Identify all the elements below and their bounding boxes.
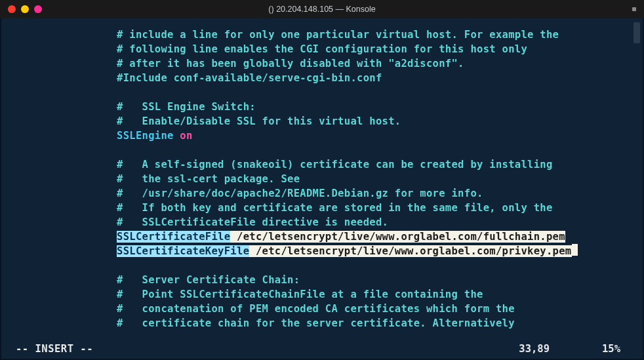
editor-content[interactable]: # include a line for only one particular… — [1, 28, 643, 330]
comment-line: # Server Certificate Chain: — [117, 274, 300, 286]
maximize-icon[interactable] — [34, 5, 42, 13]
menu-icon[interactable] — [632, 7, 636, 11]
value-on: on — [180, 130, 192, 142]
window-title: () 20.204.148.105 — Konsole — [268, 2, 375, 16]
path-fullchain: /etc/letsencrypt/live/www.orglabel.com/f… — [230, 231, 565, 243]
comment-line: # certificate chain for the server certi… — [117, 317, 515, 329]
comment-line: # SSL Engine Switch: — [117, 101, 256, 113]
text-cursor — [572, 244, 578, 256]
comment-line: # Enable/Disable SSL for this virtual ho… — [117, 115, 401, 127]
selected-line: SSLCertificateKeyFile /etc/letsencrypt/l… — [117, 245, 572, 257]
status-bar: -- INSERT -- 33,89 15% — [1, 342, 643, 356]
comment-line: # A self-signed (snakeoil) certificate c… — [117, 159, 553, 170]
directive-sslcertfile: SSLCertificateFile — [117, 231, 230, 243]
comment-line: # the ssl-cert package. See — [117, 173, 300, 185]
directive-sslengine: SSLEngine — [117, 130, 174, 142]
comment-line: # If both key and certificate are stored… — [117, 202, 553, 214]
comment-line: # Point SSLCertificateChainFile at a fil… — [117, 289, 483, 300]
terminal-viewport[interactable]: # include a line for only one particular… — [0, 18, 644, 360]
path-privkey: /etc/letsencrypt/live/www.orglabel.com/p… — [249, 245, 571, 257]
minimize-icon[interactable] — [21, 5, 29, 13]
scroll-percent: 15% — [602, 342, 620, 356]
cursor-position: 33,89 — [519, 342, 550, 356]
comment-line: # include a line for only one particular… — [117, 29, 559, 41]
comment-line: # /usr/share/doc/apache2/README.Debian.g… — [117, 188, 483, 199]
close-icon[interactable] — [8, 5, 16, 13]
comment-line: #Include conf-available/serve-cgi-bin.co… — [117, 72, 382, 84]
scrollbar-thumb[interactable] — [634, 22, 640, 43]
editor-mode: -- INSERT -- — [16, 342, 93, 356]
comment-line: # concatenation of PEM encoded CA certif… — [117, 303, 515, 315]
selected-line: SSLCertificateFile /etc/letsencrypt/live… — [117, 231, 565, 243]
window-controls — [8, 5, 42, 13]
titlebar: () 20.204.148.105 — Konsole — [0, 0, 644, 18]
comment-line: # after it has been globally disabled wi… — [117, 58, 464, 70]
directive-sslkeyfile: SSLCertificateKeyFile — [117, 245, 249, 257]
comment-line: # SSLCertificateFile directive is needed… — [117, 216, 388, 228]
comment-line: # following line enables the CGI configu… — [117, 43, 527, 55]
